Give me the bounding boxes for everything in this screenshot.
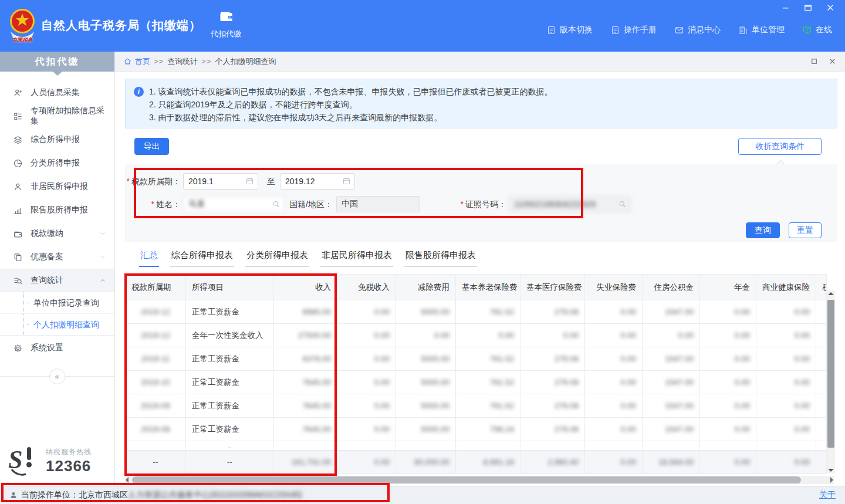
sidebar-item-restricted-shares-declaration[interactable]: 限售股所得申报	[0, 198, 114, 222]
table-cell: 0.00	[700, 451, 756, 474]
scroll-right-arrow-icon[interactable]	[830, 477, 833, 483]
sidebar-item-system-settings[interactable]: 系统设置	[0, 336, 114, 360]
redacted-value: 0.00	[374, 307, 390, 316]
panel-maximize-icon[interactable]	[810, 57, 819, 66]
sidebar-subitem-unit-declaration-record-query[interactable]: 单位申报记录查询	[0, 292, 114, 314]
notice-box: i 1. 该查询统计表仅能查询已申报成功的数据，不包含未申报、申报失败，已申报但…	[125, 79, 837, 128]
tab-comprehensive-income[interactable]: 综合所得申报表	[170, 250, 234, 267]
table-cell	[585, 441, 643, 451]
table-cell: 18,564.00	[643, 451, 700, 474]
table-row[interactable]: 2019-12正常工资薪金9985.000.005000.00761.52279…	[126, 300, 827, 324]
name-input[interactable]	[183, 196, 285, 212]
table-cell: 761.52	[456, 394, 520, 418]
tab-classified-income[interactable]: 分类所得申报表	[245, 250, 309, 267]
table-cell	[816, 451, 827, 474]
scroll-up-arrow-icon[interactable]	[828, 292, 834, 295]
vertical-scroll-thumb[interactable]	[827, 300, 834, 448]
table-row[interactable]: 2019-12全年一次性奖金收入27500.000.000.000.000.00…	[126, 324, 827, 347]
table-cell: 279.08	[520, 371, 585, 394]
sidebar-item-special-deduction-collection[interactable]: 专项附加扣除信息采集	[0, 104, 114, 128]
sidebar-title: 代扣代缴	[0, 52, 114, 72]
person-icon	[13, 182, 23, 192]
redacted-value: 1547.00	[665, 425, 694, 434]
hotline-12366-logo-icon: S	[7, 444, 41, 478]
sidebar-item-comprehensive-income-declaration[interactable]: 综合所得申报	[0, 128, 114, 151]
table-summary-row[interactable]: ----161,741.000.0060,000.008,991.162,960…	[126, 451, 827, 474]
breadcrumb-home[interactable]: 首页	[123, 56, 150, 67]
redacted-value: 0.00	[735, 401, 750, 410]
sidebar-item-classified-income-declaration[interactable]: 分类所得申报	[0, 151, 114, 175]
wallet-line-icon	[13, 229, 23, 239]
tab-summary[interactable]: 汇总	[139, 250, 159, 267]
sidebar-item-nonresident-income-declaration[interactable]: 非居民所得申报	[0, 175, 114, 198]
period-label: 税款所属期：	[125, 177, 181, 187]
table-cell: 9378.00	[274, 347, 337, 371]
about-link[interactable]: 关于	[819, 490, 836, 500]
sidebar-subitem-personal-withholding-detail-query[interactable]: 个人扣缴明细查询	[0, 314, 114, 336]
table-row[interactable]: 2019-11正常工资薪金9378.000.005000.00761.52279…	[126, 347, 827, 371]
breadcrumb-item: 查询统计	[167, 57, 198, 66]
table-cell: 2019-11	[126, 347, 186, 371]
sidebar-submenu: 单位申报记录查询个人扣缴明细查询	[0, 292, 114, 336]
search-icon[interactable]	[618, 199, 627, 208]
table-ellipsis-row[interactable]: ..	[126, 441, 827, 451]
sidebar-item-tax-payment[interactable]: 税款缴纳	[0, 222, 114, 245]
module-tab-withholding[interactable]: 代扣代缴	[205, 8, 246, 39]
header-menu-unit-management[interactable]: 单位管理	[738, 25, 785, 35]
horizontal-scrollbar[interactable]	[125, 476, 834, 484]
sidebar-collapse-button[interactable]: «	[49, 368, 65, 384]
calendar-icon[interactable]	[342, 177, 351, 185]
scroll-down-arrow-icon[interactable]	[828, 469, 834, 472]
panel-close-icon[interactable]	[828, 57, 837, 66]
collapse-filters-button[interactable]: 收折查询条件	[738, 138, 822, 155]
close-icon[interactable]	[825, 2, 836, 13]
redacted-value: 0.00	[735, 378, 750, 387]
header-menu-version-switch[interactable]: 版本切换	[546, 25, 593, 35]
export-button[interactable]: 导出	[134, 138, 169, 155]
minimize-icon[interactable]	[780, 2, 791, 13]
redacted-value: 0.00	[795, 401, 810, 410]
table-cell: 0.00	[585, 418, 643, 441]
redacted-value: 0.00	[795, 458, 810, 466]
table-header-cell: 年金	[700, 275, 756, 300]
calendar-icon[interactable]	[245, 177, 254, 185]
restore-icon[interactable]	[803, 2, 813, 13]
table-cell: 0.00	[643, 324, 700, 347]
withholding-detail-table: 税款所属期所得项目收入免税收入减除费用基本养老保险费基本医疗保险费失业保险费住房…	[125, 274, 827, 474]
hotline-block: S 纳税服务热线 12366	[7, 444, 92, 478]
horizontal-scroll-thumb[interactable]	[132, 476, 801, 483]
table-cell: 0.00	[700, 418, 756, 441]
redacted-value: 5000.00	[421, 378, 449, 387]
tab-nonresident-income[interactable]: 非居民所得申报表	[320, 250, 393, 267]
header-menu-online-status[interactable]: 在线	[802, 25, 832, 35]
redacted-value: 0.00	[374, 378, 390, 387]
table-cell: 5000.00	[396, 394, 456, 418]
header-menu-message-center[interactable]: 消息中心	[674, 25, 721, 35]
vertical-scrollbar[interactable]	[827, 290, 835, 473]
redacted-value: 0.00	[621, 378, 636, 387]
tab-restricted-shares[interactable]: 限售股所得申报表	[404, 250, 477, 267]
redacted-value: 9378.00	[302, 354, 331, 363]
redacted-value: 5000.00	[421, 401, 449, 410]
search-button[interactable]: 查询	[746, 222, 780, 238]
redacted-value: 27500.00	[298, 331, 331, 340]
table-cell: 0.00	[756, 324, 816, 347]
sidebar-item-label: 系统设置	[31, 343, 63, 353]
sidebar-item-label: 非居民所得申报	[31, 181, 88, 192]
table-row[interactable]: 2019-09正常工资薪金7645.000.005000.00761.52279…	[126, 394, 827, 418]
header-menu-operation-manual[interactable]: 操作手册	[610, 25, 657, 35]
table-cell: 27500.00	[274, 324, 337, 347]
redacted-value: 1547.00	[665, 378, 694, 387]
reset-button[interactable]: 重置	[789, 222, 822, 238]
sidebar-item-person-info-collection[interactable]: 人员信息采集	[0, 81, 114, 104]
table-cell: 正常工资薪金	[186, 418, 274, 441]
table-row[interactable]: 2019-08正常工资薪金7645.000.005000.00798.24279…	[126, 418, 827, 441]
sidebar-item-query-statistics[interactable]: 查询统计	[0, 269, 114, 292]
id-number-input[interactable]	[509, 196, 631, 212]
scroll-left-arrow-icon[interactable]	[126, 477, 129, 483]
sidebar-item-preference-filing[interactable]: 优惠备案	[0, 245, 114, 269]
table-row[interactable]: 2019-10正常工资薪金7645.000.005000.00761.52279…	[126, 371, 827, 394]
nationality-input[interactable]	[336, 196, 420, 212]
table-header-cell: 减除费用	[396, 275, 456, 300]
table-cell: 0.00	[756, 418, 816, 441]
